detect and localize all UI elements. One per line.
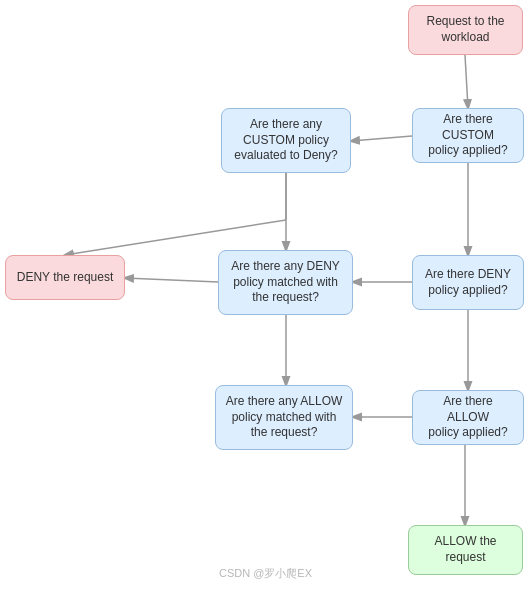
diagram-container: Request to the workload Are there CUSTOM… [0, 0, 531, 591]
request-workload-node: Request to the workload [408, 5, 523, 55]
svg-line-0 [465, 55, 468, 108]
watermark: CSDN @罗小爬EX [0, 566, 531, 581]
deny-policy-left-node: Are there any DENYpolicy matched withthe… [218, 250, 353, 315]
allow-policy-left-node: Are there any ALLOWpolicy matched withth… [215, 385, 353, 450]
svg-line-1 [351, 136, 412, 141]
deny-policy-right-node: Are there DENYpolicy applied? [412, 255, 524, 310]
deny-request-node: DENY the request [5, 255, 125, 300]
allow-policy-right-node: Are there ALLOWpolicy applied? [412, 390, 524, 445]
svg-line-6 [125, 278, 218, 282]
custom-policy-right-node: Are there CUSTOMpolicy applied? [412, 108, 524, 163]
custom-policy-left-node: Are there anyCUSTOM policyevaluated to D… [221, 108, 351, 173]
